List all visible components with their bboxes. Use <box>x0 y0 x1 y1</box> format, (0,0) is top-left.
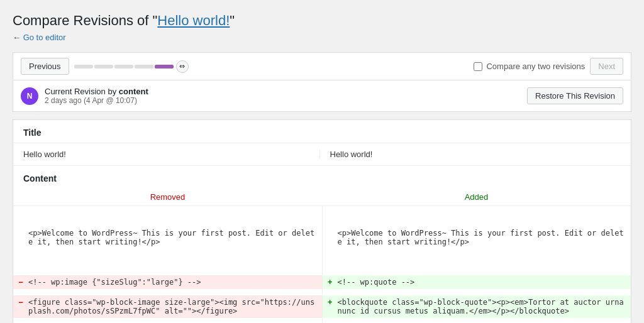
toolbar-right: Compare any two revisions Next <box>474 58 623 75</box>
diff-left-col: <p>Welcome to WordPress~ This is your fi… <box>13 206 323 323</box>
page-title: Compare Revisions of "Hello world!" <box>13 13 631 29</box>
title-left-text: Hello world! <box>23 150 66 159</box>
content-section-label: Content <box>13 166 631 189</box>
right-row-4 <box>323 249 631 255</box>
compare-label: Compare any two revisions <box>474 62 585 71</box>
right-row-3: <p>Welcome to WordPress~ This is your fi… <box>323 226 631 249</box>
revision-text: Current Revision by content <box>45 87 148 96</box>
slider-track <box>74 65 174 68</box>
next-button[interactable]: Next <box>590 58 623 75</box>
diff-rows: <p>Welcome to WordPress~ This is your fi… <box>13 206 631 323</box>
slider-segment-4[interactable] <box>135 65 153 68</box>
right-row-2 <box>323 220 631 226</box>
left-row-7: − <!-- wp:image {"sizeSlug":"large"} --> <box>13 275 322 289</box>
added-header: Added <box>322 189 631 206</box>
title-section-label: Title <box>13 120 631 143</box>
left-row-10 <box>13 318 322 323</box>
left-row-2 <box>13 220 322 226</box>
revision-author: content <box>119 87 148 96</box>
slider-segment-2[interactable] <box>94 65 113 68</box>
compare-checkbox[interactable] <box>474 62 482 71</box>
slider-segment-3[interactable] <box>114 65 133 68</box>
left-row-1 <box>13 206 322 220</box>
right-row-6 <box>323 269 631 275</box>
left-row-3: <p>Welcome to WordPress~ This is your fi… <box>13 226 322 249</box>
right-row-10 <box>323 318 631 323</box>
compare-label-text: Compare any two revisions <box>486 62 585 71</box>
revision-avatar: N <box>21 87 38 105</box>
right-row-7: + <!-- wp:quote --> <box>323 275 631 289</box>
left-row-8 <box>13 289 322 295</box>
right-row-1 <box>323 206 631 220</box>
revision-meta: N Current Revision by content 2 days ago… <box>21 87 148 105</box>
previous-button[interactable]: Previous <box>21 58 69 75</box>
title-left: Hello world! <box>23 150 320 159</box>
title-right-text: Hello world! <box>330 150 373 159</box>
slider-segment-5[interactable] <box>155 65 174 68</box>
slider-segment-1[interactable] <box>74 65 93 68</box>
toolbar-left: Previous ⇔ <box>21 58 189 75</box>
title-diff-row: Hello world! Hello world! <box>13 143 631 166</box>
go-to-editor-link[interactable]: Go to editor <box>13 33 631 42</box>
slider-arrow-button[interactable]: ⇔ <box>176 60 189 73</box>
left-row-4 <box>13 249 322 255</box>
revision-details: Current Revision by content 2 days ago (… <box>45 87 148 105</box>
restore-button[interactable]: Restore This Revision <box>527 87 623 104</box>
left-row-9: − <figure class="wp-block-image size-lar… <box>13 295 322 318</box>
right-row-9: + <blockquote class="wp-block-quote"><p>… <box>323 295 631 318</box>
revision-date: 2 days ago (4 Apr @ 10:07) <box>45 96 148 105</box>
revision-info: N Current Revision by content 2 days ago… <box>13 80 631 112</box>
right-row-8 <box>323 289 631 295</box>
slider-container: ⇔ <box>74 60 189 73</box>
left-row-5 <box>13 255 322 269</box>
post-title-link[interactable]: Hello world! <box>157 13 230 28</box>
diff-column-headers: Removed Added <box>13 189 631 206</box>
removed-header: Removed <box>13 189 322 206</box>
content-section: Content Removed Added <box>13 166 631 323</box>
left-row-6 <box>13 269 322 275</box>
diff-container: Title Hello world! Hello world! Content … <box>13 119 631 323</box>
right-row-5 <box>323 255 631 269</box>
toolbar: Previous ⇔ Compare any two revisions Nex… <box>13 52 631 80</box>
title-right: Hello world! <box>320 150 621 159</box>
diff-right-col: <p>Welcome to WordPress~ This is your fi… <box>323 206 631 323</box>
